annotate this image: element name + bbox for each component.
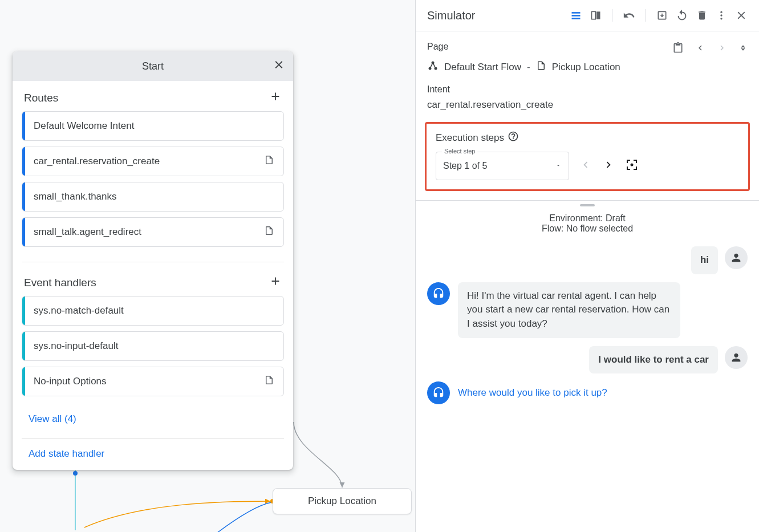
routes-list: Default Welcome Intent car_rental.reserv…	[13, 111, 293, 258]
route-item[interactable]: small_thank.thanks	[22, 182, 284, 212]
view-all-link[interactable]: View all (4)	[13, 408, 293, 435]
add-event-handler-icon[interactable]	[269, 275, 282, 290]
event-handler-name: No-input Options	[34, 376, 107, 387]
clipboard-icon[interactable]	[672, 42, 684, 56]
view-mode-split-icon[interactable]	[590, 10, 602, 21]
user-message[interactable]: I would like to rent a car	[589, 346, 718, 374]
page-transition-icon	[264, 155, 274, 168]
step-select-label: Select step	[442, 148, 477, 155]
collapse-icon[interactable]	[738, 43, 748, 55]
step-select[interactable]: Select step Step 1 of 5	[436, 152, 569, 180]
route-name: Default Welcome Intent	[34, 120, 134, 132]
add-route-icon[interactable]	[269, 90, 282, 105]
step-prev-icon	[579, 159, 592, 173]
breadcrumb-separator: -	[527, 62, 530, 73]
execution-steps-section: Execution steps Select step Step 1 of 5	[425, 122, 750, 191]
simulator-title: Simulator	[427, 9, 570, 22]
svg-point-13	[631, 164, 634, 166]
intent-label: Intent	[427, 84, 748, 95]
svg-rect-4	[596, 11, 600, 19]
svg-marker-9	[741, 48, 745, 50]
svg-point-5	[720, 11, 722, 13]
agent-message-row: Hi! I'm the virtual car rental agent. I …	[427, 282, 748, 338]
svg-rect-2	[572, 18, 581, 19]
page-next-icon[interactable]	[717, 43, 727, 55]
flow-selected-label: Flow: No flow selected	[427, 224, 748, 234]
user-message[interactable]: hi	[691, 246, 718, 274]
event-handlers-list: sys.no-match-default sys.no-input-defaul…	[13, 296, 293, 408]
route-name: small_thank.thanks	[34, 191, 117, 202]
user-message-row: I would like to rent a car	[427, 346, 748, 374]
agent-message[interactable]: Hi! I'm the virtual car rental agent. I …	[458, 282, 680, 338]
start-node-panel: Start Routes Default Welcome Intent car_…	[13, 51, 293, 470]
user-avatar-icon	[725, 246, 748, 269]
event-handler-item[interactable]: sys.no-match-default	[22, 296, 284, 326]
intent-value: car_rental.reservation_create	[427, 99, 748, 111]
svg-rect-1	[572, 15, 581, 17]
route-item[interactable]: Default Welcome Intent	[22, 111, 284, 141]
user-message-row: hi	[427, 246, 748, 274]
dropdown-icon	[555, 161, 562, 171]
undo-icon[interactable]	[623, 9, 635, 22]
page-transition-icon	[264, 375, 274, 388]
svg-point-6	[720, 14, 722, 16]
focus-icon[interactable]	[625, 158, 639, 174]
agent-avatar-icon	[427, 381, 450, 404]
connector-dot	[73, 471, 78, 476]
step-next-icon[interactable]	[602, 159, 615, 173]
event-handler-name: sys.no-input-default	[34, 340, 118, 352]
page-transition-icon	[264, 226, 274, 239]
replay-icon[interactable]	[676, 9, 688, 22]
page-label: Page	[427, 42, 448, 52]
routes-section-header: Routes	[13, 81, 293, 111]
environment-label: Environment: Draft	[545, 213, 630, 224]
help-icon[interactable]	[508, 131, 519, 145]
svg-rect-3	[592, 11, 596, 19]
start-node-title: Start	[142, 60, 164, 72]
agent-current-message[interactable]: Where would you like to pick it up?	[458, 381, 607, 400]
svg-point-7	[720, 18, 722, 19]
event-handler-item[interactable]: No-input Options	[22, 367, 284, 396]
breadcrumb-flow[interactable]: Default Start Flow	[444, 62, 521, 73]
start-node-header: Start	[13, 51, 293, 81]
node-label: Pickup Location	[308, 496, 376, 507]
resize-handle[interactable]	[580, 204, 595, 206]
svg-marker-8	[741, 45, 745, 47]
event-handler-item[interactable]: sys.no-input-default	[22, 331, 284, 361]
route-item[interactable]: small_talk.agent_redirect	[22, 217, 284, 247]
breadcrumb-page[interactable]: Pickup Location	[552, 62, 620, 73]
event-handler-name: sys.no-match-default	[34, 305, 124, 316]
event-handlers-section-header: Event handlers	[13, 266, 293, 296]
agent-avatar-icon	[427, 282, 450, 305]
simulator-panel: Simulator	[415, 0, 759, 532]
page-prev-icon[interactable]	[695, 43, 705, 55]
flow-icon	[427, 60, 439, 74]
simulator-toolbar: Simulator	[416, 0, 759, 31]
svg-rect-0	[572, 12, 581, 14]
page-breadcrumb: Default Start Flow - Pickup Location	[427, 60, 748, 74]
route-name: small_talk.agent_redirect	[34, 226, 141, 238]
panel-divider	[416, 200, 759, 201]
view-mode-list-icon[interactable]	[570, 10, 582, 21]
conversation-pane: Environment: Draft Flow: No flow selecte…	[416, 206, 759, 412]
event-handlers-label: Event handlers	[24, 277, 96, 289]
save-icon[interactable]	[656, 10, 668, 21]
pickup-location-node[interactable]: Pickup Location	[273, 488, 412, 514]
more-icon[interactable]	[716, 10, 727, 21]
flow-canvas[interactable]: Start Routes Default Welcome Intent car_…	[0, 0, 415, 532]
close-simulator-icon[interactable]	[735, 9, 748, 22]
step-select-value: Step 1 of 5	[443, 161, 555, 171]
execution-steps-label: Execution steps	[436, 132, 504, 144]
add-state-handler-link[interactable]: Add state handler	[13, 442, 293, 470]
route-name: car_rental.reservation_create	[34, 156, 160, 167]
route-item[interactable]: car_rental.reservation_create	[22, 147, 284, 176]
close-icon[interactable]	[273, 59, 285, 74]
user-avatar-icon	[725, 346, 748, 369]
delete-icon[interactable]	[696, 10, 708, 21]
agent-message-row: Where would you like to pick it up?	[427, 381, 748, 404]
page-icon	[536, 60, 546, 74]
routes-label: Routes	[24, 92, 58, 104]
